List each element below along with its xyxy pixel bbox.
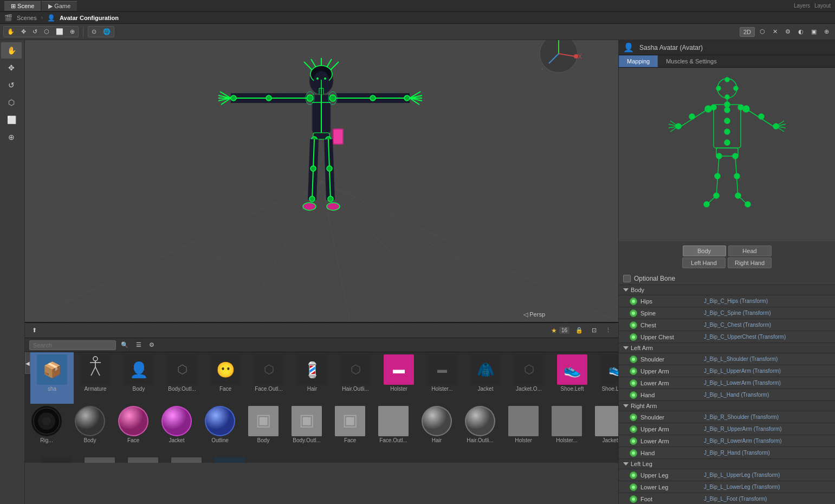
asset-thumb-jacket-o: ⬡	[514, 354, 544, 385]
visual-btn4[interactable]: ◐	[795, 27, 806, 36]
asset-item-face-outl-tex[interactable]: Face.Outl...	[372, 404, 415, 455]
asset-item-face-outl[interactable]: ⬡ Face.Outl...	[247, 352, 290, 404]
tool-move[interactable]: ✥	[1, 60, 22, 76]
avatar-inspector-icon: 👤	[623, 42, 634, 53]
nav-left[interactable]: ◀	[25, 352, 30, 374]
tab-muscles[interactable]: Muscles & Settings	[658, 55, 725, 67]
breadcrumb-scenes[interactable]: Scenes	[17, 15, 37, 21]
asset-thumb-shoe-left2: 👟	[600, 354, 618, 385]
asset-item-body[interactable]: 👤 Body	[117, 352, 160, 404]
gizmo-toggle[interactable]: ⊕	[821, 27, 832, 36]
tab-game[interactable]: ▶ Game	[42, 1, 77, 11]
asset-thumb-body: 👤	[124, 354, 154, 385]
tool-rect[interactable]: ⬜	[1, 112, 22, 128]
svg-point-106	[724, 129, 730, 134]
asset-item-shoe-left[interactable]: 👟 Shoe.Left	[551, 352, 594, 404]
visual-btn1[interactable]: ⬡	[757, 27, 768, 36]
asset-item-armature[interactable]: Armature	[74, 352, 117, 404]
asset-item-jacket-mat[interactable]: Jacket	[155, 404, 198, 455]
rect-tool[interactable]: ⬜	[53, 27, 66, 36]
bone-row-spine: Spine J_Bip_C_Spine (Transform)	[619, 307, 835, 319]
asset-item-shoe-left-boot[interactable]: 🥾 Shoe.Left...	[78, 455, 121, 463]
asset-item-hair-outl-tex[interactable]: Hair.Outli...	[458, 404, 502, 455]
2d-toggle[interactable]: 2D	[740, 27, 755, 37]
transform-tool[interactable]: ⊕	[67, 27, 77, 36]
section-header-right-arm[interactable]: Right Arm	[619, 401, 835, 411]
asset-item-shoe-right-2[interactable]: 🥾 Shoe.Rig...	[165, 455, 208, 463]
asset-item-holster2-tex[interactable]: Holster...	[545, 404, 588, 455]
asset-item-body-outl-tex[interactable]: ▣ Body.Outl...	[285, 404, 328, 455]
svg-point-27	[266, 95, 271, 101]
global-tool[interactable]: 🌐	[100, 27, 113, 36]
asset-item-shoe-left2[interactable]: 👟 Shoe.Left...	[594, 352, 618, 404]
optional-bone-toggle[interactable]	[623, 275, 631, 282]
scene-icon: ⊞	[11, 3, 16, 9]
asset-item-holster[interactable]: ▬ Holster	[377, 352, 420, 404]
scene-viewport[interactable]: Y X · ◁ Persp	[25, 40, 618, 322]
asset-item-0[interactable]: 📦 sha	[30, 352, 74, 404]
bone-transform-chest: J_Bip_C_Chest (Transform)	[704, 322, 831, 328]
asset-item-jacket-o[interactable]: ⬡ Jacket.O...	[507, 352, 551, 404]
section-header-left-arm[interactable]: Left Arm	[619, 343, 835, 353]
body-section-label: Body	[631, 287, 644, 293]
menu-btn[interactable]: ⋮	[603, 326, 614, 335]
lock-btn[interactable]: 🔒	[573, 326, 586, 335]
visual-btn2[interactable]: ✕	[770, 27, 780, 36]
mapping-btn-head[interactable]: Head	[728, 245, 772, 256]
scale-tool[interactable]: ⬡	[41, 27, 52, 36]
svg-text:◁ Persp: ◁ Persp	[523, 311, 545, 318]
mapping-btn-body[interactable]: Body	[683, 245, 726, 256]
mapping-btn-righthand[interactable]: Right Hand	[728, 257, 772, 268]
asset-item-body-tex[interactable]: ▣ Body	[242, 404, 285, 455]
settings-icon[interactable]: ⚙	[146, 340, 157, 350]
breadcrumb-avatar-config[interactable]: Avatar Configuration	[60, 15, 119, 21]
asset-item-rig[interactable]: Rig...	[25, 404, 68, 455]
bone-label-r-shoulder: Shoulder	[640, 414, 704, 421]
asset-item-hair-tex[interactable]: Hair	[415, 404, 458, 455]
asset-item-face-tex[interactable]: ▣ Face	[328, 404, 372, 455]
asset-item-jacket[interactable]: 🧥 Jacket	[464, 352, 507, 404]
visual-btn3[interactable]: ⚙	[782, 27, 793, 36]
asset-thumb-shoe-right-1: 🥾	[128, 457, 158, 463]
search-icon[interactable]: 🔍	[118, 340, 131, 350]
tool-transform[interactable]: ⊕	[1, 129, 22, 145]
asset-item-shoe-left-3[interactable]: 👟 Shoe.Left...	[35, 455, 78, 463]
bone-row-l-hand: Hand J_Bip_L_Hand (Transform)	[619, 389, 835, 401]
asset-item-sasha-av[interactable]: 🧍 SashaAv...	[208, 455, 251, 463]
filter-icon[interactable]: ☰	[133, 340, 144, 350]
move-tool[interactable]: ✥	[18, 27, 29, 36]
asset-item-holster-tex[interactable]: Holster	[502, 404, 545, 455]
mapping-btn-lefthand[interactable]: Left Hand	[682, 257, 726, 268]
search-input[interactable]	[29, 340, 116, 350]
tool-scale[interactable]: ⬡	[1, 94, 22, 111]
mapping-btn-row-2: Left Hand Right Hand	[623, 257, 831, 268]
asset-item-face-mat[interactable]: Face	[112, 404, 155, 455]
hand-tool[interactable]: ✋	[4, 27, 17, 36]
asset-item-body-outl[interactable]: ⬡ Body.Outl...	[160, 352, 204, 404]
asset-item-shoe-right-1[interactable]: 🥾 Shoe.Rig...	[121, 455, 165, 463]
section-header-left-leg[interactable]: Left Leg	[619, 459, 835, 469]
tool-rotate[interactable]: ↺	[1, 77, 22, 93]
asset-item-body-mat[interactable]: Body	[68, 404, 112, 455]
asset-row-1: ◀ 📦 sha Armature 👤	[25, 352, 618, 404]
bone-dot-r-upper-arm	[630, 425, 637, 433]
asset-label-shoe-left2: Shoe.Left...	[596, 386, 618, 392]
asset-item-hair-outl[interactable]: ⬡ Hair.Outli...	[334, 352, 377, 404]
asset-item-holster2[interactable]: ▬ Holster...	[420, 352, 464, 404]
rotate-tool[interactable]: ↺	[30, 27, 40, 36]
tab-mapping[interactable]: Mapping	[619, 55, 658, 67]
asset-item-jacket-tex[interactable]: Jacket	[588, 404, 618, 455]
tool-hand[interactable]: ✋	[1, 42, 22, 59]
visual-btn5[interactable]: ▣	[808, 27, 819, 36]
maximize-btn[interactable]: ⊡	[589, 326, 599, 335]
avatar-diagram	[619, 68, 835, 241]
pivot-tool[interactable]: ⊙	[89, 27, 99, 36]
asset-thumb-body-tex: ▣	[248, 406, 279, 436]
asset-item-hair[interactable]: 💈 Hair	[290, 352, 334, 404]
asset-item-face[interactable]: 😶 Face	[204, 352, 247, 404]
section-header-body[interactable]: Body	[619, 285, 835, 295]
asset-expand-btn[interactable]: ⬆	[29, 326, 40, 335]
svg-point-98	[734, 86, 738, 91]
asset-item-outline-mat[interactable]: Outline	[198, 404, 242, 455]
tab-scene[interactable]: ⊞ Scene	[4, 1, 41, 11]
